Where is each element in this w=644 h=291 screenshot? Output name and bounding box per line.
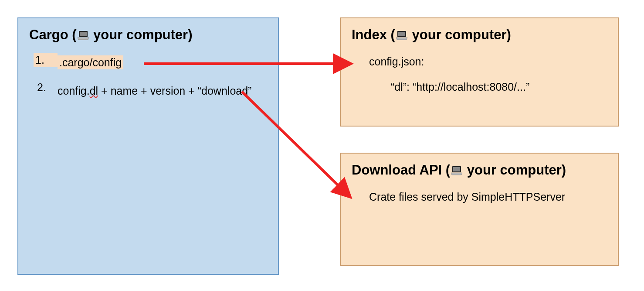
list-text-2-pre: config. — [58, 85, 90, 97]
index-line-1: config.json: — [369, 53, 607, 70]
list-text-2-post: + name + version + “download” — [98, 85, 251, 97]
download-line-1: Crate files served by SimpleHTTPServer — [369, 188, 607, 205]
cargo-list: 1. .cargo/config 2. config.dl + name + v… — [29, 53, 267, 101]
cargo-list-item-1: 1. .cargo/config — [34, 53, 267, 72]
cargo-list-item-2: 2. config.dl + name + version + “downloa… — [34, 81, 267, 101]
list-text-1: .cargo/config — [58, 53, 267, 72]
cargo-title-suffix: your computer) — [90, 27, 193, 42]
svg-rect-1 — [80, 32, 87, 36]
list-number-2: 2. — [34, 81, 58, 94]
laptop-icon — [395, 28, 408, 44]
download-title-prefix: Download API ( — [352, 162, 450, 178]
svg-rect-5 — [453, 167, 460, 171]
svg-rect-3 — [398, 32, 405, 36]
laptop-icon — [77, 28, 90, 44]
index-line-2: “dl”: “http://localhost:8080/...” — [391, 78, 607, 96]
cargo-box: Cargo ( your computer) 1. .cargo/config … — [17, 17, 279, 275]
download-title-suffix: your computer) — [463, 162, 566, 178]
list-text-1-content: .cargo/config — [58, 55, 123, 69]
list-text-2-spell: dl — [90, 85, 98, 97]
download-title: Download API ( your computer) — [352, 162, 607, 179]
download-box: Download API ( your computer) Crate file… — [340, 153, 619, 266]
index-title-prefix: Index ( — [352, 27, 395, 42]
list-number-1: 1. — [34, 53, 58, 67]
list-text-2: config.dl + name + version + “download” — [58, 81, 267, 101]
index-title: Index ( your computer) — [352, 27, 607, 44]
cargo-title: Cargo ( your computer) — [29, 27, 267, 44]
index-box: Index ( your computer) config.json: “dl”… — [340, 17, 619, 127]
cargo-title-prefix: Cargo ( — [29, 27, 77, 42]
laptop-icon — [450, 164, 463, 179]
index-title-suffix: your computer) — [408, 27, 511, 42]
